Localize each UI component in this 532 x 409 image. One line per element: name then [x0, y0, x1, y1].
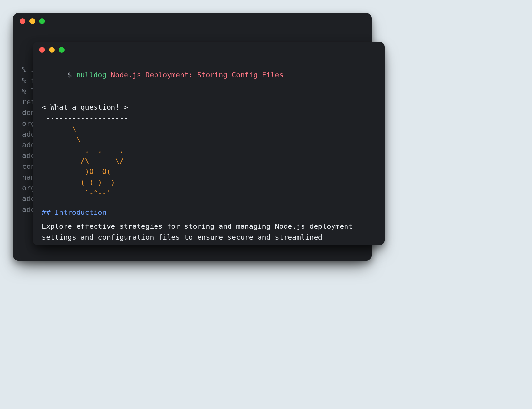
intro-paragraph: Explore effective strategies for storing…	[42, 221, 361, 245]
ascii-cow-icon: \ \ ,__,____, /\____ \/ )O O( ( (_) ) `-…	[42, 123, 376, 198]
close-icon[interactable]	[20, 18, 25, 24]
close-icon[interactable]	[39, 47, 45, 53]
terminal-window-front: $ nulldog Node.js Deployment: Storing Co…	[33, 42, 385, 245]
window-controls	[33, 42, 385, 56]
minimize-icon[interactable]	[29, 18, 35, 24]
section-heading: ## Introduction	[42, 207, 376, 218]
minimize-icon[interactable]	[49, 47, 55, 53]
ascii-bubble: ___________________ < What a question! >…	[42, 91, 376, 123]
terminal-content-front: $ nulldog Node.js Deployment: Storing Co…	[33, 56, 385, 245]
prompt-symbol: $	[67, 71, 76, 79]
prompt-line-front: $ nulldog Node.js Deployment: Storing Co…	[42, 59, 376, 91]
article-title: Node.js Deployment: Storing Config Files	[111, 71, 284, 79]
window-controls	[13, 13, 372, 27]
zoom-icon[interactable]	[59, 47, 65, 53]
command-nulldog: nulldog	[76, 71, 111, 79]
zoom-icon[interactable]	[39, 18, 45, 24]
